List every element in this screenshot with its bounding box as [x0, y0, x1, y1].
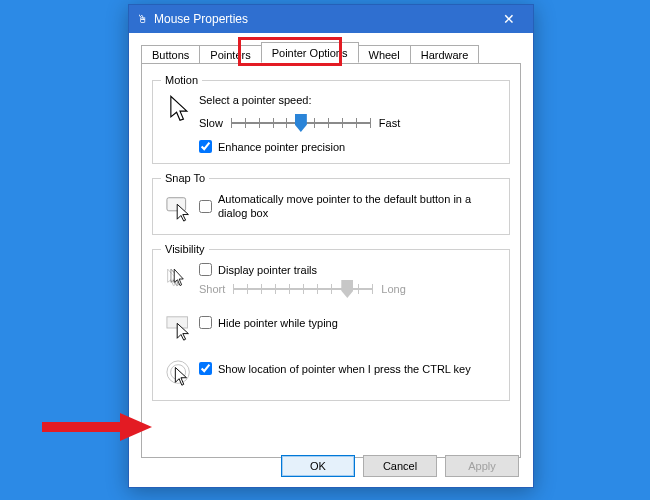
tab-pointer-options[interactable]: Pointer Options [261, 42, 359, 63]
group-snap-to-legend: Snap To [161, 172, 209, 184]
ok-button[interactable]: OK [281, 455, 355, 477]
enhance-precision-input[interactable] [199, 140, 212, 153]
fast-label: Fast [379, 117, 400, 129]
trails-label: Display pointer trails [218, 264, 317, 276]
snap-to-label: Automatically move pointer to the defaul… [218, 192, 501, 221]
enhance-precision-label: Enhance pointer precision [218, 141, 345, 153]
slow-label: Slow [199, 117, 223, 129]
ctrl-locate-icon [161, 358, 199, 390]
window-title: Mouse Properties [154, 12, 489, 26]
trails-long-label: Long [381, 283, 405, 295]
close-button[interactable]: ✕ [489, 5, 529, 33]
trails-short-label: Short [199, 283, 225, 295]
dialog-footer: OK Cancel Apply [281, 455, 519, 477]
snap-to-checkbox[interactable]: Automatically move pointer to the defaul… [199, 192, 501, 221]
snap-to-icon [161, 192, 199, 224]
tab-panel: Motion Select a pointer speed: Slow [141, 63, 521, 458]
ctrl-locate-checkbox[interactable]: Show location of pointer when I press th… [199, 362, 501, 375]
ctrl-locate-label: Show location of pointer when I press th… [218, 363, 471, 375]
tab-hardware[interactable]: Hardware [410, 45, 480, 64]
hide-typing-input[interactable] [199, 316, 212, 329]
tab-row: Buttons Pointers Pointer Options Wheel H… [141, 41, 521, 63]
tab-buttons[interactable]: Buttons [141, 45, 200, 64]
mouse-properties-window: 🖱 Mouse Properties ✕ Buttons Pointers Po… [128, 4, 534, 488]
hide-typing-icon [161, 312, 199, 344]
motion-cursor-icon [161, 94, 199, 126]
trails-icon [161, 263, 199, 295]
hide-typing-label: Hide pointer while typing [218, 317, 338, 329]
group-visibility-legend: Visibility [161, 243, 209, 255]
group-visibility: Visibility Display pointer trails [152, 243, 510, 401]
group-snap-to: Snap To Automatically move pointer to th… [152, 172, 510, 235]
hide-typing-checkbox[interactable]: Hide pointer while typing [199, 316, 501, 329]
dialog-content: Buttons Pointers Pointer Options Wheel H… [129, 33, 533, 458]
pointer-speed-slider[interactable] [231, 114, 371, 132]
apply-button[interactable]: Apply [445, 455, 519, 477]
snap-to-input[interactable] [199, 200, 212, 213]
pointer-speed-label: Select a pointer speed: [199, 94, 501, 106]
trails-checkbox[interactable]: Display pointer trails [199, 263, 501, 276]
trails-input[interactable] [199, 263, 212, 276]
mouse-icon: 🖱 [137, 13, 148, 25]
enhance-precision-checkbox[interactable]: Enhance pointer precision [199, 140, 501, 153]
tab-wheel[interactable]: Wheel [358, 45, 411, 64]
group-motion: Motion Select a pointer speed: Slow [152, 74, 510, 164]
ctrl-locate-input[interactable] [199, 362, 212, 375]
cancel-button[interactable]: Cancel [363, 455, 437, 477]
tab-pointers[interactable]: Pointers [199, 45, 261, 64]
trails-slider [233, 280, 373, 298]
titlebar[interactable]: 🖱 Mouse Properties ✕ [129, 5, 533, 33]
group-motion-legend: Motion [161, 74, 202, 86]
